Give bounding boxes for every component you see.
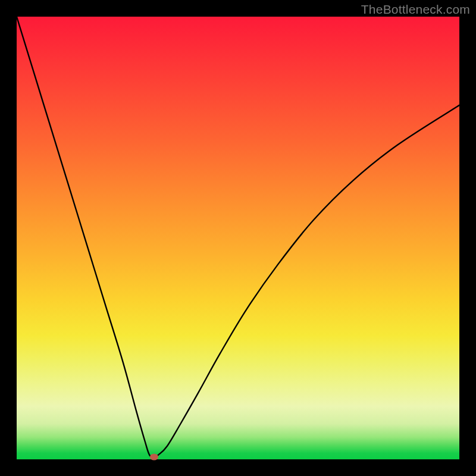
bottleneck-curve (17, 17, 459, 459)
watermark-text: TheBottleneck.com (361, 2, 470, 17)
plot-area (17, 17, 459, 459)
optimum-marker (150, 454, 158, 461)
chart-frame: TheBottleneck.com (0, 0, 476, 476)
